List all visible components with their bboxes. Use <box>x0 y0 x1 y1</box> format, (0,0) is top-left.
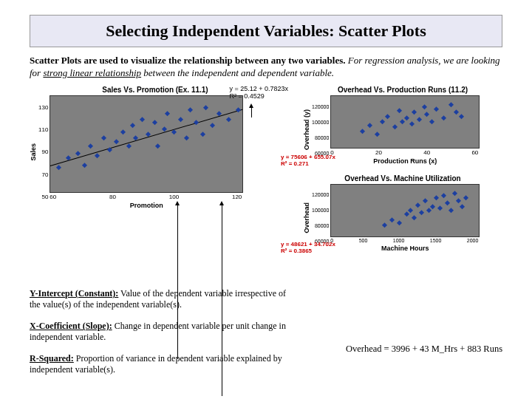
chart3-equation: y = 48621 + 34.702x R² = 0.3865 <box>281 242 335 255</box>
data-point <box>155 143 160 149</box>
slide-title: Selecting Independent Variables: Scatter… <box>30 15 502 47</box>
chart3-plot <box>330 184 480 237</box>
chart-overhead-machine: Overhead Vs. Machine Utilization Overhea… <box>303 174 502 252</box>
chart3-xlabel: Machine Hours <box>330 245 480 252</box>
data-point <box>226 117 231 122</box>
chart2-yticks: 120000 100000 80000 60000 <box>312 104 329 156</box>
chart2-plot <box>330 95 480 149</box>
data-point <box>56 165 61 170</box>
data-point <box>392 124 398 129</box>
chart2-xticks: 0 20 40 60 <box>330 149 478 156</box>
data-point <box>429 119 434 124</box>
data-point <box>430 204 435 209</box>
chart1-plot <box>50 95 243 193</box>
data-point <box>423 198 428 203</box>
data-point <box>120 129 126 134</box>
data-point <box>419 210 424 215</box>
data-point <box>404 115 409 120</box>
intro-text: Scatter Plots are used to visualize the … <box>30 55 502 80</box>
data-point <box>140 117 145 122</box>
data-point <box>375 132 380 137</box>
chart1-xlabel: Promotion <box>50 202 243 209</box>
data-point <box>389 217 395 222</box>
chart3-xticks: 0 500 1000 1500 2000 <box>330 238 478 243</box>
data-point <box>165 111 170 116</box>
intro-lead: Scatter Plots are used to visualize the … <box>30 55 346 66</box>
data-point <box>409 121 415 126</box>
data-point <box>449 102 454 107</box>
data-point <box>126 143 132 149</box>
data-point <box>95 153 100 158</box>
chart2-ylabel: Overhead (y) <box>303 109 310 150</box>
chart3-ylabel: Overhead <box>303 202 310 233</box>
chart1-yticks: 130 110 90 70 50 <box>38 104 48 200</box>
data-point <box>75 151 81 156</box>
data-point <box>400 119 405 124</box>
chart-sales-promotion: Sales Vs. Promotion (Ex. 11.1) Sales 130… <box>30 86 281 209</box>
data-point <box>171 129 177 134</box>
data-point <box>437 205 443 211</box>
data-point <box>236 107 241 112</box>
data-point <box>415 202 420 208</box>
def-yintercept: Y-Intercept (Constant): Value of the dep… <box>30 288 296 310</box>
data-point <box>101 135 106 140</box>
data-point <box>408 208 413 213</box>
data-point <box>441 193 446 198</box>
data-point <box>412 215 417 220</box>
data-point <box>441 115 446 120</box>
def-xcoef: X-Coefficient (Slope): Change in depende… <box>30 321 296 343</box>
arrow-r2 <box>251 106 252 117</box>
data-point <box>188 107 193 112</box>
data-point <box>424 112 429 117</box>
chart1-equation: y = 25.12 + 0.7823x R² = 0.4529 <box>229 86 288 100</box>
data-point <box>210 123 215 129</box>
intro-rest2: between the independent and dependent va… <box>141 67 334 78</box>
data-point <box>417 117 422 122</box>
data-point <box>380 119 385 124</box>
data-point <box>203 105 208 110</box>
data-point <box>452 191 457 196</box>
data-point <box>434 106 439 112</box>
data-point <box>114 139 119 144</box>
data-point <box>459 114 464 119</box>
chart2-title: Overhead Vs. Production Runs (11.2) <box>303 86 502 94</box>
data-point <box>360 129 365 134</box>
chart3-yticks: 120000 100000 80000 60000 <box>312 192 329 244</box>
data-point <box>422 104 427 109</box>
chart1-xticks: 60 80 100 120 <box>50 194 242 200</box>
intro-emph: strong linear relationship <box>43 67 141 78</box>
data-point <box>184 135 189 140</box>
data-point <box>434 195 439 200</box>
chart1-ylabel: Sales <box>30 143 37 161</box>
data-point <box>178 117 183 122</box>
data-point <box>382 222 387 228</box>
data-point <box>152 120 157 125</box>
data-point <box>82 163 87 168</box>
data-point <box>412 109 417 115</box>
data-point <box>130 123 135 129</box>
def-rsquared: R-Squared: Proportion of variance in dep… <box>30 353 296 375</box>
chart3-title: Overhead Vs. Machine Utilization <box>303 174 502 183</box>
data-point <box>88 143 93 149</box>
data-point <box>385 114 390 119</box>
chart-overhead-runs: Overhead Vs. Production Runs (11.2) Over… <box>303 86 502 165</box>
data-point <box>449 208 454 213</box>
chart2-xlabel: Production Runs (x) <box>330 157 480 165</box>
data-point <box>200 132 205 137</box>
data-point <box>194 120 199 125</box>
definitions: Y-Intercept (Constant): Value of the dep… <box>30 288 296 386</box>
data-point <box>397 220 402 225</box>
chart1-trendline <box>50 109 242 166</box>
data-point <box>456 198 461 203</box>
data-point <box>463 195 468 200</box>
data-point <box>445 200 450 205</box>
data-point <box>460 204 465 209</box>
overhead-equation: Overhead = 3996 + 43 M_Hrs + 883 Runs <box>346 344 502 355</box>
chart2-equation: y = 75606 + 655.07x R² = 0.271 <box>281 154 335 168</box>
data-point <box>454 109 459 115</box>
data-point <box>397 108 402 113</box>
data-point <box>367 123 372 128</box>
